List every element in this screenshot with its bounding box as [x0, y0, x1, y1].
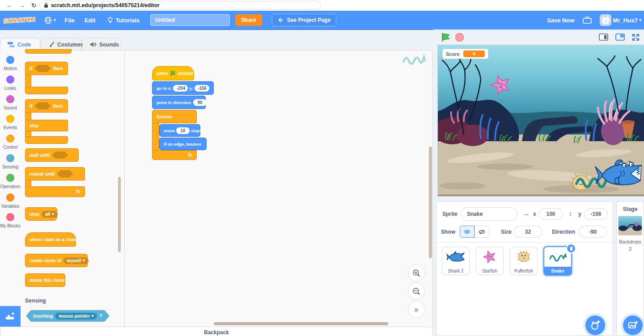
tab-sounds[interactable]: Sounds [82, 38, 122, 50]
sprite-name-input[interactable]: Snake [461, 207, 517, 221]
caret-down-icon: ▾ [92, 314, 94, 318]
choose-sprite-button[interactable] [585, 315, 605, 335]
condition-slot[interactable] [52, 151, 68, 159]
steps-input[interactable]: 10 [176, 127, 190, 134]
palette-block-create-clone[interactable]: create clone of myself▾ [25, 254, 88, 267]
category-events[interactable]: Events [0, 115, 21, 131]
palette-block-touching[interactable]: touching mouse-pointer▾ ? [26, 310, 110, 322]
size-label: Size [501, 229, 512, 235]
back-icon[interactable]: ← [6, 2, 13, 8]
c-block-arm [25, 180, 31, 187]
script-block-when-flag-clicked[interactable]: when clicked [152, 66, 194, 80]
category-sound[interactable]: Sound [0, 95, 21, 111]
url-text: scratch.mit.edu/projects/540575214/edito… [51, 2, 160, 8]
palette-block-when-clone[interactable]: when I start as a clone [25, 232, 76, 247]
green-flag-button[interactable] [441, 32, 450, 42]
workspace-vertical-scrollbar[interactable] [429, 147, 432, 258]
backdrop-thumbnail[interactable] [618, 216, 642, 235]
script-block-forever[interactable]: forever [152, 110, 197, 123]
direction-input[interactable]: 90 [193, 99, 207, 106]
zoom-in-button[interactable] [408, 265, 425, 281]
loop-arrow-icon: ↻ [188, 152, 192, 158]
scratch-logo[interactable]: SCRATCH [4, 16, 36, 25]
fullscreen-button[interactable] [632, 34, 640, 41]
reload-icon[interactable]: ↻ [31, 2, 37, 8]
palette-block-stop[interactable]: stop all▾ [25, 207, 57, 221]
palette-scrollbar[interactable] [118, 177, 121, 252]
forward-icon[interactable]: → [19, 2, 25, 8]
condition-slot[interactable] [57, 170, 73, 177]
sprite-card-starfish[interactable]: Starfish [476, 247, 504, 275]
project-name-input[interactable]: Untitled [150, 14, 230, 26]
add-extension-button[interactable] [0, 306, 21, 327]
my-stuff-folder-icon[interactable] [583, 17, 592, 24]
large-stage-button[interactable] [615, 34, 625, 41]
stage-controls-bar [433, 29, 644, 45]
script-block-go-to-xy[interactable]: go to x: -204 y: -156 [152, 81, 214, 95]
address-bar[interactable]: scratch.mit.edu/projects/540575214/edito… [39, 1, 321, 9]
script-block-if-on-edge-bounce[interactable]: if on edge, bounce [159, 138, 207, 150]
hide-sprite-button[interactable] [475, 226, 489, 238]
caret-down-icon: ▾ [639, 18, 641, 22]
tutorials-menu[interactable]: Tutorials [107, 17, 140, 24]
category-sensing[interactable]: Sensing [0, 154, 21, 170]
stage-panel-title: Stage [617, 206, 644, 212]
palette-block-if-then[interactable]: ifthen [25, 62, 68, 75]
share-button[interactable]: Share [235, 14, 262, 26]
sprite-y-input[interactable]: -156 [584, 208, 608, 220]
scratch-editor-screen: ← → ↻ ⌂ scratch.mit.edu/projects/5405752… [0, 0, 644, 336]
sprite-card-pufferfish[interactable]: Pufferfish [510, 247, 538, 275]
show-label: Show [441, 229, 455, 235]
palette-block-if-else[interactable]: ifthen [25, 99, 68, 113]
tab-code[interactable]: Code [0, 38, 40, 50]
y-input[interactable]: -156 [195, 85, 209, 92]
touching-option-dropdown[interactable]: mouse-pointer▾ [55, 313, 97, 319]
condition-slot[interactable] [34, 65, 51, 72]
see-project-page-button[interactable]: See Project Page [272, 14, 336, 26]
underwater-backdrop [438, 45, 644, 196]
show-sprite-button[interactable] [460, 226, 475, 238]
scratch-menu-bar: SCRATCH ▾ File Edit Tutorials Untitled S… [0, 11, 644, 30]
language-selector[interactable]: ▾ [44, 17, 56, 24]
workspace-horizontal-scrollbar[interactable] [214, 322, 388, 325]
palette-block-wait-until[interactable]: wait until [25, 148, 79, 162]
category-motion[interactable]: Motion [0, 56, 21, 72]
sprite-card-shark2[interactable]: Shark 2 [442, 247, 470, 275]
category-looks[interactable]: Looks [0, 76, 21, 92]
stop-button[interactable] [455, 33, 464, 42]
category-myblocks[interactable]: My Blocks [0, 213, 21, 229]
condition-slot[interactable] [34, 102, 51, 109]
palette-block-else-bar[interactable]: else [25, 120, 68, 131]
category-control[interactable]: Control [0, 134, 21, 151]
props-divider [436, 242, 613, 243]
delete-sprite-button[interactable] [566, 244, 576, 253]
c-block-foot-loop: ↻ [152, 150, 197, 160]
palette-block-delete-clone[interactable]: delete this clone [25, 273, 65, 287]
palette-block-repeat-until[interactable]: repeat until [25, 167, 85, 181]
sprite-size-input[interactable]: 32 [514, 226, 542, 238]
zoom-out-button[interactable] [408, 283, 425, 300]
backpack-bar[interactable]: Backpack [0, 327, 433, 336]
account-menu[interactable]: Mr_Hus7 ▾ [600, 14, 641, 26]
choose-backdrop-button[interactable] [623, 315, 643, 335]
category-variables[interactable]: Variables [0, 193, 21, 210]
script-block-move-steps[interactable]: move 10 steps [159, 124, 200, 137]
stop-option-dropdown[interactable]: all▾ [42, 211, 58, 218]
looks-dot [6, 76, 14, 84]
tab-costumes[interactable]: Costumes [41, 38, 82, 50]
sprite-direction-input[interactable]: -90 [579, 226, 607, 238]
stage[interactable]: Score 4 [437, 45, 644, 197]
palette-partial-block[interactable] [25, 49, 72, 54]
category-operators[interactable]: Operators [0, 174, 21, 190]
c-block-foot-loop: ↻ [25, 186, 85, 197]
score-variable-monitor[interactable]: Score 4 [442, 49, 488, 59]
sprite-x-input[interactable]: 100 [539, 208, 563, 220]
edit-menu[interactable]: Edit [85, 17, 96, 24]
save-now-button[interactable]: Save Now [547, 17, 574, 24]
zoom-reset-button[interactable]: = [408, 301, 425, 318]
x-input[interactable]: -204 [173, 85, 188, 92]
file-menu[interactable]: File [64, 17, 74, 24]
clone-option-dropdown[interactable]: myself▾ [64, 257, 89, 264]
small-stage-button[interactable] [599, 34, 608, 41]
script-block-point-in-direction[interactable]: point in direction 90 [152, 96, 206, 109]
